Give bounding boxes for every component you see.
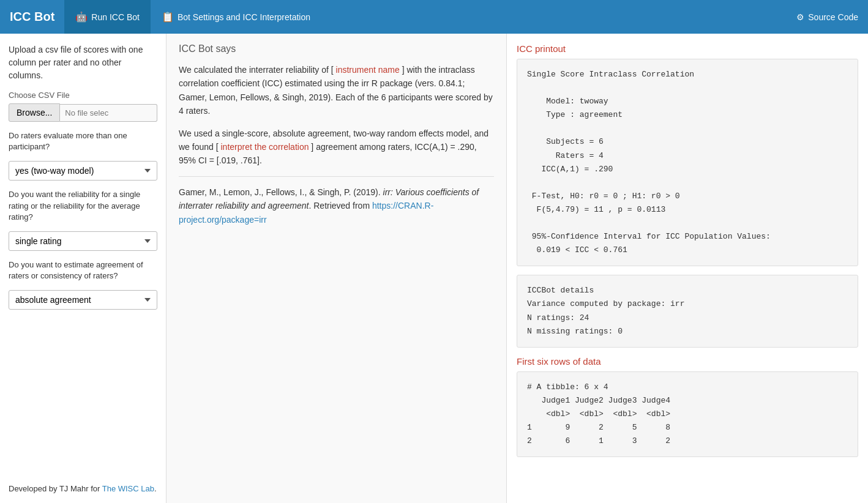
para1: We calculated the interrater reliability… — [179, 63, 494, 118]
file-input-row: Browse... No file selec — [9, 103, 157, 122]
file-upload-section: Choose CSV File Browse... No file selec — [9, 91, 157, 122]
para2: We used a single-score, absolute agreeme… — [179, 127, 494, 168]
app-brand: ICC Bot — [10, 10, 54, 24]
para3-pre: Gamer, M., Lemon, J., Fellows, I., & Sin… — [179, 187, 383, 197]
question2-text: Do you want the reliability for a single… — [9, 189, 157, 223]
file-label: Choose CSV File — [9, 91, 157, 100]
source-code-link[interactable]: ⚙ Source Code — [796, 12, 858, 22]
first-six-section: First six rows of data # A tibble: 6 x 4… — [517, 356, 858, 457]
first-six-title: First six rows of data — [517, 356, 858, 367]
two-way-select[interactable]: yes (two-way model)no (one-way model) — [9, 161, 157, 181]
agreement-select[interactable]: absolute agreementconsistency — [9, 290, 157, 310]
question1-text: Do raters evaluate more than one partici… — [9, 130, 157, 152]
sidebar-description: Upload a csv file of scores with one col… — [9, 43, 157, 82]
para1-before: We calculated the interrater reliability… — [179, 65, 336, 75]
tab-settings-label: Bot Settings and ICC Interpretation — [178, 12, 310, 22]
icc-text-block: We calculated the interrater reliability… — [179, 63, 494, 226]
question3-text: Do you want to estimate agreement of rat… — [9, 259, 157, 281]
file-name-display: No file selec — [60, 104, 157, 122]
dev-period: . — [154, 484, 157, 493]
para3-post: . Retrieved from — [309, 201, 372, 211]
center-panel: ICC Bot says We calculated the interrate… — [166, 34, 507, 503]
iccbot-details-block: ICCBot details Variance computed by pack… — [517, 275, 858, 347]
tab-settings[interactable]: 📋 Bot Settings and ICC Interpretation — [151, 0, 321, 34]
wisc-lab-link[interactable]: The WISC Lab — [102, 484, 154, 493]
question1-section: Do raters evaluate more than one partici… — [9, 130, 157, 152]
navbar: ICC Bot 🤖 Run ICC Bot 📋 Bot Settings and… — [0, 0, 868, 34]
para3: Gamer, M., Lemon, J., Fellows, I., & Sin… — [179, 185, 494, 226]
icc-code-block: Single Score Intraclass Correlation Mode… — [517, 59, 858, 266]
icc-printout-section: ICC printout Single Score Intraclass Cor… — [517, 43, 858, 266]
dev-text: Developed by TJ Mahr for — [9, 484, 102, 493]
run-icon: 🤖 — [75, 11, 88, 23]
tibble-code-block: # A tibble: 6 x 4 Judge1 Judge2 Judge3 J… — [517, 371, 858, 457]
nav-tabs: 🤖 Run ICC Bot 📋 Bot Settings and ICC Int… — [64, 0, 796, 34]
para1-highlight: instrument name — [336, 65, 400, 75]
main-layout: Upload a csv file of scores with one col… — [0, 34, 868, 503]
tab-run-label: Run ICC Bot — [91, 12, 140, 22]
divider — [179, 176, 494, 177]
github-icon: ⚙ — [796, 12, 804, 22]
question3-section: Do you want to estimate agreement of rat… — [9, 259, 157, 281]
source-code-label: Source Code — [808, 12, 858, 22]
browse-button[interactable]: Browse... — [9, 103, 60, 122]
para2-highlight: interpret the correlation — [221, 142, 309, 152]
tab-run[interactable]: 🤖 Run ICC Bot — [64, 0, 151, 34]
single-rating-select[interactable]: single ratingaverage rating — [9, 231, 157, 251]
icc-printout-title: ICC printout — [517, 43, 858, 54]
panel-title: ICC Bot says — [179, 43, 494, 54]
settings-icon: 📋 — [162, 11, 174, 23]
dev-credit: Developed by TJ Mahr for The WISC Lab. — [9, 484, 157, 493]
question2-section: Do you want the reliability for a single… — [9, 189, 157, 223]
sidebar: Upload a csv file of scores with one col… — [0, 34, 166, 503]
right-panel: ICC printout Single Score Intraclass Cor… — [507, 34, 868, 503]
